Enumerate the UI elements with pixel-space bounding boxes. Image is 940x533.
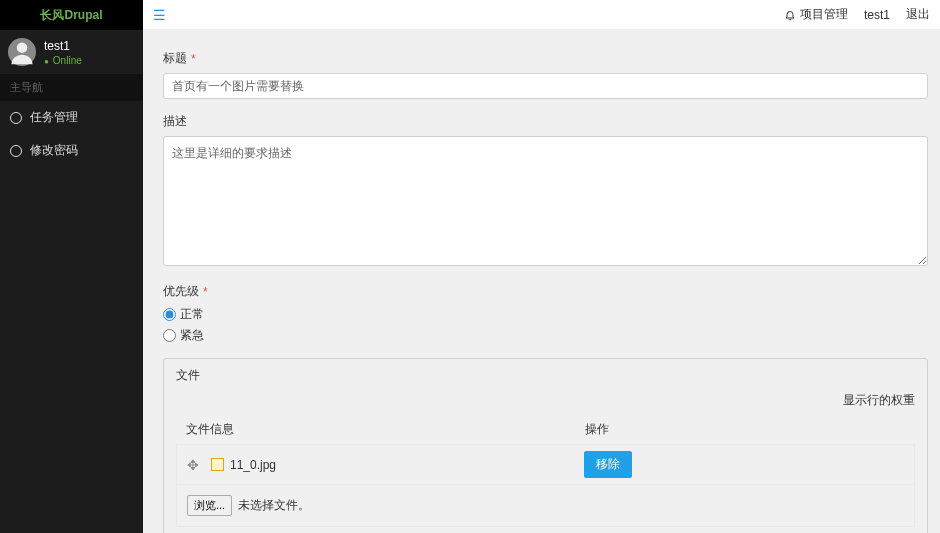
title-input[interactable] (163, 73, 928, 99)
avatar (8, 38, 36, 66)
topbar: ☰ 项目管理 test1 退出 (143, 0, 940, 30)
content: 标题* 描述 这里是详细的要求描述 优先级* 正常 紧急 (143, 30, 940, 533)
col-file-info: 文件信息 (186, 421, 585, 438)
project-mgmt-link[interactable]: 项目管理 (784, 6, 848, 23)
bell-icon (784, 9, 796, 21)
topbar-user[interactable]: test1 (864, 8, 890, 22)
sidebar-item-label: 任务管理 (30, 109, 78, 126)
show-weight-link[interactable]: 显示行的权重 (843, 393, 915, 407)
svg-point-0 (17, 42, 28, 53)
profile-name: test1 (44, 39, 82, 53)
remove-button[interactable]: 移除 (584, 451, 632, 478)
logout-link[interactable]: 退出 (906, 6, 930, 23)
title-label: 标题* (163, 50, 928, 67)
priority-radio-label: 紧急 (180, 327, 204, 344)
priority-option-urgent[interactable]: 紧急 (163, 327, 928, 344)
sidebar-item-label: 修改密码 (30, 142, 78, 159)
upload-row: 浏览... 未选择文件。 (176, 485, 915, 527)
sidebar-item-password[interactable]: 修改密码 (0, 134, 143, 167)
image-file-icon (211, 458, 224, 471)
file-section: 文件 显示行的权重 文件信息 操作 ✥ 11_0.jpg 移除 (163, 358, 928, 533)
brand-bar: 长风Drupal (0, 0, 143, 30)
brand-logo: 长风Drupal (40, 7, 102, 24)
priority-radio-label: 正常 (180, 306, 204, 323)
priority-radio-normal[interactable] (163, 308, 176, 321)
file-table-head: 文件信息 操作 (176, 415, 915, 444)
sidebar-item-tasks[interactable]: 任务管理 (0, 101, 143, 134)
circle-icon (10, 112, 22, 124)
file-section-title: 文件 (176, 367, 915, 384)
browse-button[interactable]: 浏览... (187, 495, 232, 516)
drag-handle-icon[interactable]: ✥ (187, 457, 199, 473)
col-operation: 操作 (585, 421, 905, 438)
priority-label: 优先级* (163, 283, 928, 300)
upload-status: 未选择文件。 (238, 497, 310, 514)
profile-block: test1 Online (0, 30, 143, 74)
project-mgmt-label: 项目管理 (800, 6, 848, 23)
profile-status: Online (44, 55, 82, 66)
desc-label: 描述 (163, 113, 928, 130)
hamburger-icon[interactable]: ☰ (153, 7, 166, 23)
file-name: 11_0.jpg (230, 458, 276, 472)
sidebar: 长风Drupal test1 Online 主导航 任务管理 修改密码 (0, 0, 143, 533)
nav-header: 主导航 (0, 74, 143, 101)
priority-option-normal[interactable]: 正常 (163, 306, 928, 323)
main: ☰ 项目管理 test1 退出 标题* 描述 这里是详细的要求描述 (143, 0, 940, 533)
circle-icon (10, 145, 22, 157)
desc-textarea[interactable]: 这里是详细的要求描述 (163, 136, 928, 266)
file-row: ✥ 11_0.jpg 移除 (176, 444, 915, 485)
priority-radio-urgent[interactable] (163, 329, 176, 342)
